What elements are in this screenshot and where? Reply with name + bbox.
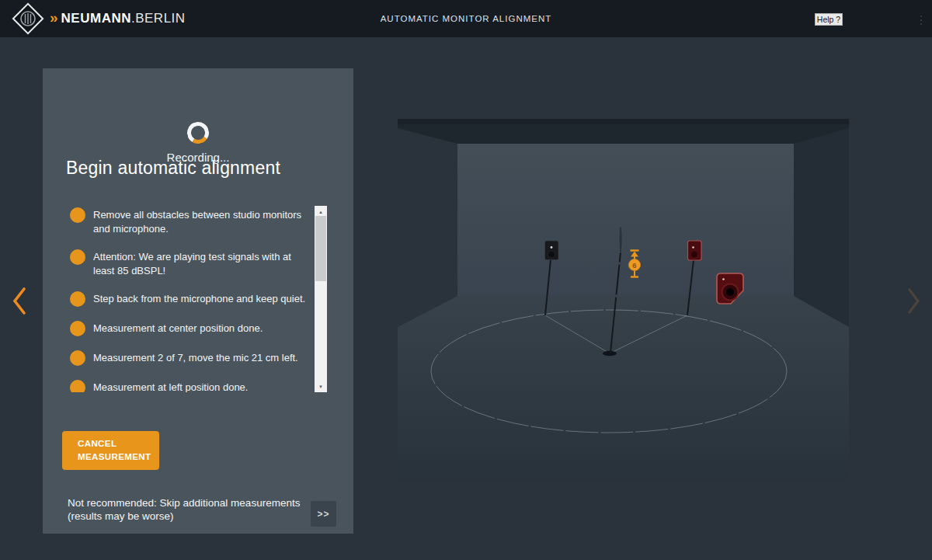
step-text: Attention: We are playing test signals w… [93,249,315,277]
step-text: Measurement 2 of 7, move the mic 21 cm l… [93,350,315,365]
scrollbar-thumb[interactable] [315,216,326,281]
cancel-measurement-label: CANCEL MEASUREMENT [78,437,151,464]
top-bar: » NEUMANN .BERLIN AUTOMATIC MONITOR ALIG… [0,0,932,37]
step-bullet-icon [70,291,85,307]
step-bullet-icon [70,207,85,223]
step-text: Measurement at center position done. [93,321,315,336]
next-page-chevron-icon[interactable] [904,287,924,315]
room-floor [398,296,849,481]
step-text: Measurement at left position done. [93,380,315,392]
recording-status: Recording... [43,151,353,164]
previous-page-chevron-icon[interactable] [9,286,31,317]
steps-scrollbar[interactable]: ▲ ▼ [315,206,327,392]
brand-chevrons-icon: » [50,9,57,26]
recording-spinner-icon [185,120,210,145]
alignment-panel: Begin automatic alignment Recording... R… [43,68,353,534]
step-item: Measurement at left position done. [62,380,315,392]
step-item: Measurement 2 of 7, move the mic 21 cm l… [62,350,315,366]
skip-measurements-button[interactable]: >> [311,501,336,527]
step-text: Step back from the microphone and keep q… [93,291,315,306]
scrollbar-down-icon[interactable]: ▼ [315,381,327,392]
room-top-strip [398,119,849,124]
help-button[interactable]: Help ? [815,13,843,26]
step-text: Remove all obstacles between studio moni… [93,207,315,235]
room-left-wall [398,128,457,327]
room-back-wall [457,144,794,296]
skip-row: Not recommended: Skip additional measure… [68,496,341,523]
step-bullet-icon [70,380,85,392]
brand: » NEUMANN .BERLIN [9,0,186,37]
steps-list: Remove all obstacles between studio moni… [62,206,315,392]
brand-name: NEUMANN [61,11,131,26]
step-item: Remove all obstacles between studio moni… [62,207,315,235]
kebab-menu-icon[interactable] [919,16,923,25]
skip-note: Not recommended: Skip additional measure… [68,496,308,523]
mic-step-number: 6 [632,261,636,270]
step-bullet-icon [70,321,85,336]
brand-name-suffix: .BERLIN [131,11,186,26]
step-item: Step back from the microphone and keep q… [62,291,315,307]
step-item: Attention: We are playing test signals w… [62,249,315,277]
cancel-measurement-button[interactable]: CANCEL MEASUREMENT [62,431,159,470]
room-visualization[interactable]: 6 [398,119,849,481]
step-bullet-icon [70,249,85,265]
room-right-wall [794,128,849,327]
steps-scroll-area: Remove all obstacles between studio moni… [62,206,327,392]
step-bullet-icon [70,350,85,366]
neumann-logo-icon [9,0,47,37]
step-item: Measurement at center position done. [62,321,315,336]
